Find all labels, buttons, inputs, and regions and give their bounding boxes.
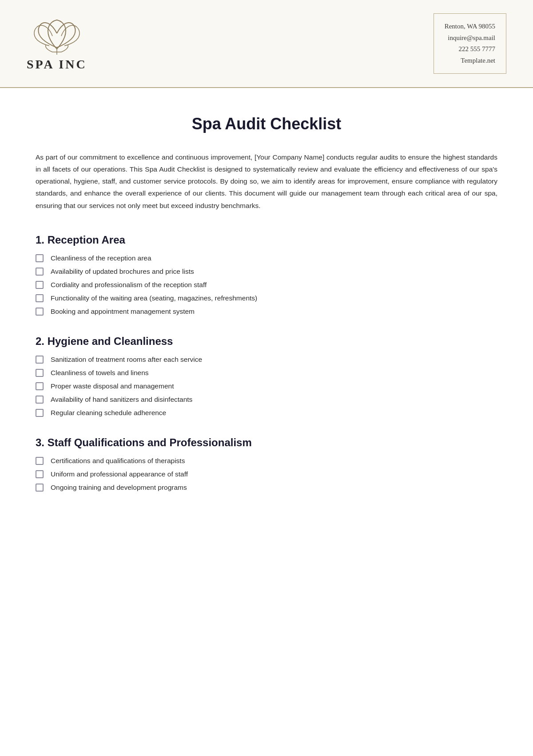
contact-website: Template.net (461, 55, 495, 67)
main-content: Spa Audit Checklist As part of our commi… (0, 88, 533, 538)
checklist-item-label: Certifications and qualifications of the… (51, 457, 185, 465)
checkbox-icon[interactable] (36, 294, 44, 302)
section-title-3: 3. Staff Qualifications and Professional… (36, 436, 497, 449)
checkbox-icon[interactable] (36, 457, 44, 465)
list-item: Regular cleaning schedule adherence (36, 409, 497, 417)
checklist-2: Sanitization of treatment rooms after ea… (36, 356, 497, 417)
checklist-item-label: Availability of hand sanitizers and disi… (51, 396, 192, 404)
list-item: Availability of updated brochures and pr… (36, 268, 497, 276)
document-title: Spa Audit Checklist (36, 115, 497, 133)
section-2: 2. Hygiene and CleanlinessSanitization o… (36, 335, 497, 417)
checklist-3: Certifications and qualifications of the… (36, 457, 497, 492)
checkbox-icon[interactable] (36, 396, 44, 404)
checklist-item-label: Availability of updated brochures and pr… (51, 268, 194, 276)
list-item: Cordiality and professionalism of the re… (36, 281, 497, 289)
checklist-item-label: Regular cleaning schedule adherence (51, 409, 166, 417)
checklist-item-label: Proper waste disposal and management (51, 382, 174, 390)
checkbox-icon[interactable] (36, 308, 44, 316)
checkbox-icon[interactable] (36, 369, 44, 377)
checkbox-icon[interactable] (36, 484, 44, 492)
list-item: Functionality of the waiting area (seati… (36, 294, 497, 302)
checkbox-icon[interactable] (36, 356, 44, 364)
checkbox-icon[interactable] (36, 382, 44, 390)
sections-container: 1. Reception AreaCleanliness of the rece… (36, 234, 497, 492)
section-title-1: 1. Reception Area (36, 234, 497, 246)
header: SPA INC Renton, WA 98055 inquire@spa.mai… (0, 0, 533, 88)
checkbox-icon[interactable] (36, 254, 44, 262)
section-title-2: 2. Hygiene and Cleanliness (36, 335, 497, 348)
list-item: Availability of hand sanitizers and disi… (36, 396, 497, 404)
section-3: 3. Staff Qualifications and Professional… (36, 436, 497, 492)
company-name: SPA INC (27, 57, 87, 72)
header-spacer (105, 9, 434, 78)
checkbox-icon[interactable] (36, 409, 44, 417)
contact-box: Renton, WA 98055 inquire@spa.mail 222 55… (434, 13, 506, 74)
list-item: Uniform and professional appearance of s… (36, 470, 497, 478)
list-item: Cleanliness of towels and linens (36, 369, 497, 377)
list-item: Sanitization of treatment rooms after ea… (36, 356, 497, 364)
intro-paragraph: As part of our commitment to excellence … (36, 151, 497, 212)
checkbox-icon[interactable] (36, 470, 44, 478)
checkbox-icon[interactable] (36, 268, 44, 276)
checklist-item-label: Functionality of the waiting area (seati… (51, 294, 257, 302)
checklist-item-label: Uniform and professional appearance of s… (51, 470, 188, 478)
checklist-item-label: Cleanliness of towels and linens (51, 369, 149, 377)
section-1: 1. Reception AreaCleanliness of the rece… (36, 234, 497, 316)
list-item: Ongoing training and development program… (36, 484, 497, 492)
checklist-item-label: Booking and appointment management syste… (51, 308, 195, 316)
lotus-icon (32, 16, 81, 56)
page: SPA INC Renton, WA 98055 inquire@spa.mai… (0, 0, 533, 756)
list-item: Certifications and qualifications of the… (36, 457, 497, 465)
list-item: Booking and appointment management syste… (36, 308, 497, 316)
contact-email: inquire@spa.mail (448, 32, 495, 44)
contact-address: Renton, WA 98055 (445, 21, 495, 32)
checklist-item-label: Sanitization of treatment rooms after ea… (51, 356, 202, 364)
logo-section: SPA INC (27, 9, 105, 78)
contact-phone: 222 555 7777 (459, 44, 496, 55)
checkbox-icon[interactable] (36, 281, 44, 289)
checklist-item-label: Ongoing training and development program… (51, 484, 187, 492)
checklist-1: Cleanliness of the reception areaAvailab… (36, 254, 497, 316)
list-item: Cleanliness of the reception area (36, 254, 497, 262)
list-item: Proper waste disposal and management (36, 382, 497, 390)
checklist-item-label: Cordiality and professionalism of the re… (51, 281, 207, 289)
checklist-item-label: Cleanliness of the reception area (51, 254, 151, 262)
